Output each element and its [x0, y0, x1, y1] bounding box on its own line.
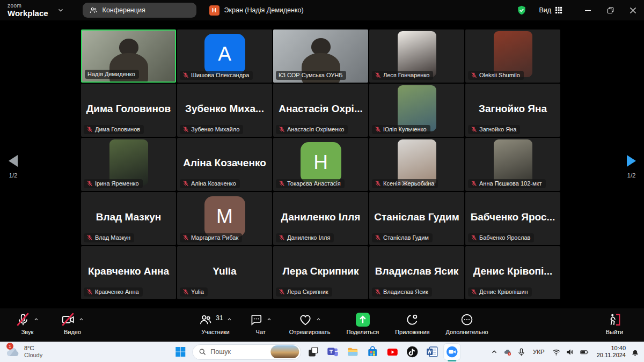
battery-icon[interactable]: [580, 348, 589, 357]
tab-meeting[interactable]: Конференция: [83, 3, 196, 18]
participant-tile[interactable]: Даниленко Ілля Даниленко Ілля: [273, 192, 368, 245]
participant-letter-avatar: М: [204, 196, 245, 237]
system-tray: УКР 10:40 20.11.2024: [491, 345, 640, 359]
onedrive-error-icon[interactable]: [503, 348, 512, 357]
grid-view-icon: [555, 6, 562, 14]
toolbar-cam-button[interactable]: Видео: [57, 308, 88, 342]
toolbar-more-button[interactable]: Дополнительно: [443, 308, 492, 342]
next-page-button[interactable]: 1/2: [627, 155, 636, 179]
screen-share-badge: Н: [209, 5, 219, 16]
toolbar-chat-button[interactable]: Чат: [245, 308, 276, 342]
cloud-icon: 1: [5, 345, 20, 359]
taskbar-word-icon[interactable]: [424, 344, 440, 360]
muted-mic-icon: [182, 126, 189, 132]
participant-tile[interactable]: Ірина Яременко: [81, 138, 176, 191]
apps-icon: [405, 313, 419, 327]
search-box[interactable]: Пошук: [192, 344, 301, 360]
tab-screen-share[interactable]: Н Экран (Надія Демиденко): [209, 5, 304, 16]
chevron-up-icon[interactable]: [316, 315, 321, 321]
zoom-toolbar: Звук Видео 31 Участники Чат: [0, 308, 644, 342]
chevron-down-icon[interactable]: [57, 6, 64, 14]
participant-tile[interactable]: Анастасія Охрі... Анастасія Охріменко: [273, 84, 368, 137]
participant-tile[interactable]: Дима Головинов Дима Головинов: [81, 84, 176, 137]
participant-tile[interactable]: Станіслав Гудим Станіслав Гудим: [369, 192, 464, 245]
participant-tile[interactable]: А Шишова Олександра: [177, 29, 272, 83]
zoom-workplace-logo[interactable]: zoom Workplace: [8, 3, 48, 17]
participant-nametag: Oleksii Shumilo: [468, 71, 524, 80]
participant-tile[interactable]: Владислав Ясик Владислав Ясик: [369, 246, 464, 299]
participant-tile[interactable]: Oleksii Shumilo: [465, 29, 560, 83]
participant-name-text: Аліна Козаченко: [183, 157, 266, 172]
participant-tile[interactable]: Yulia Yulia: [177, 246, 272, 299]
participant-tile[interactable]: КЗ СОР Сумська ОУНБ: [273, 29, 368, 83]
toolbar-mic-button[interactable]: Звук: [12, 308, 43, 342]
minimize-button[interactable]: [576, 0, 599, 20]
taskbar-explorer-icon[interactable]: [345, 344, 361, 360]
participant-tile[interactable]: Влад Мазкун Влад Мазкун: [81, 192, 176, 245]
participant-tile[interactable]: Денис Крівопі... Денис Крівопішин: [465, 246, 560, 299]
muted-mic-icon: [375, 180, 381, 187]
weather-widget[interactable]: 1 8°C Cloudy: [5, 345, 42, 359]
muted-mic-icon: [375, 72, 381, 78]
tray-chevron-icon[interactable]: [491, 348, 498, 356]
page-indicator: 1/2: [627, 172, 636, 179]
restore-button[interactable]: [599, 0, 621, 20]
arrow-right-icon: [627, 155, 636, 167]
taskbar-taskview-icon[interactable]: [305, 344, 321, 360]
participant-tile[interactable]: Лера Скрипник Лера Скрипник: [273, 246, 368, 299]
notifications-bell-icon[interactable]: [631, 348, 640, 357]
tab-meeting-label: Конференция: [103, 6, 145, 14]
toolbar-apps-button[interactable]: Приложения: [392, 308, 433, 342]
keyboard-language[interactable]: УКР: [533, 349, 545, 355]
microphone-tray-icon[interactable]: [517, 348, 526, 357]
participant-name-text: Анастасія Охрі...: [279, 103, 362, 118]
participant-tile[interactable]: М Маргарита Рибак: [177, 192, 272, 245]
mic-icon: [16, 313, 30, 327]
participant-tile[interactable]: Н Токарєва Анастасія: [273, 138, 368, 191]
chevron-up-icon[interactable]: [266, 315, 272, 321]
taskbar-zoom-icon[interactable]: [444, 344, 460, 360]
clock[interactable]: 10:40 20.11.2024: [597, 345, 626, 359]
participant-tile[interactable]: Надія Демиденко: [81, 29, 176, 83]
start-button[interactable]: [172, 344, 188, 360]
participant-tile[interactable]: Леся Гончаренко: [369, 29, 464, 83]
participant-tile[interactable]: Зубенко Миха... Зубенко Михайло: [177, 84, 272, 137]
zoom-workplace-window: zoom Workplace Конференция Н Экран (Наді…: [0, 0, 644, 362]
taskbar-store-icon[interactable]: [364, 344, 380, 360]
taskbar-tiktok-icon[interactable]: [404, 344, 420, 360]
participant-tile[interactable]: Анна Пєшкова 102-мкт: [465, 138, 560, 191]
participant-tile[interactable]: Юлія Кульченко: [369, 84, 464, 137]
chevron-up-icon[interactable]: [78, 315, 84, 321]
participant-tile[interactable]: Загнойко Яна Загнойко Яна: [465, 84, 560, 137]
participant-tile[interactable]: Бабченко Ярос... Бабченко Ярослав: [465, 192, 560, 245]
taskbar-teams-icon[interactable]: [325, 344, 341, 360]
toolbar-heart-button[interactable]: Отреагировать: [286, 308, 334, 342]
toolbar-people-button[interactable]: 31 Участники: [195, 308, 235, 342]
participant-tile[interactable]: Кравченко Анна Кравченко Анна: [81, 246, 176, 299]
participant-photo-avatar: [109, 139, 148, 186]
participant-tile[interactable]: Ксенія Жерьобкіна: [369, 138, 464, 191]
participant-tile[interactable]: Аліна Козаченко Аліна Козаченко: [177, 138, 272, 191]
chevron-up-icon[interactable]: [226, 315, 232, 321]
participant-nametag: Кравченко Анна: [84, 287, 143, 297]
participant-nametag: Владислав Ясик: [372, 287, 432, 297]
view-button[interactable]: Вид: [539, 6, 562, 14]
volume-icon[interactable]: [566, 348, 575, 357]
participant-photo-avatar: [398, 139, 436, 186]
participants-icon: [89, 6, 98, 14]
muted-mic-icon: [375, 289, 381, 295]
clock-time: 10:40: [597, 345, 626, 352]
close-button[interactable]: [621, 0, 644, 20]
security-shield-icon[interactable]: [516, 5, 527, 16]
taskbar-youtube-icon[interactable]: [384, 344, 400, 360]
muted-mic-icon: [471, 72, 477, 78]
previous-page-button[interactable]: 1/2: [9, 155, 18, 179]
wifi-icon[interactable]: [552, 348, 561, 357]
chevron-up-icon[interactable]: [33, 315, 39, 321]
cam-icon: [61, 313, 75, 327]
toolbar-share-button[interactable]: Поделиться: [343, 308, 382, 342]
toolbar-leave-button[interactable]: Выйти: [599, 308, 630, 342]
leave-icon: [608, 313, 621, 327]
titlebar: zoom Workplace Конференция Н Экран (Наді…: [0, 0, 644, 20]
muted-mic-icon: [182, 234, 189, 241]
